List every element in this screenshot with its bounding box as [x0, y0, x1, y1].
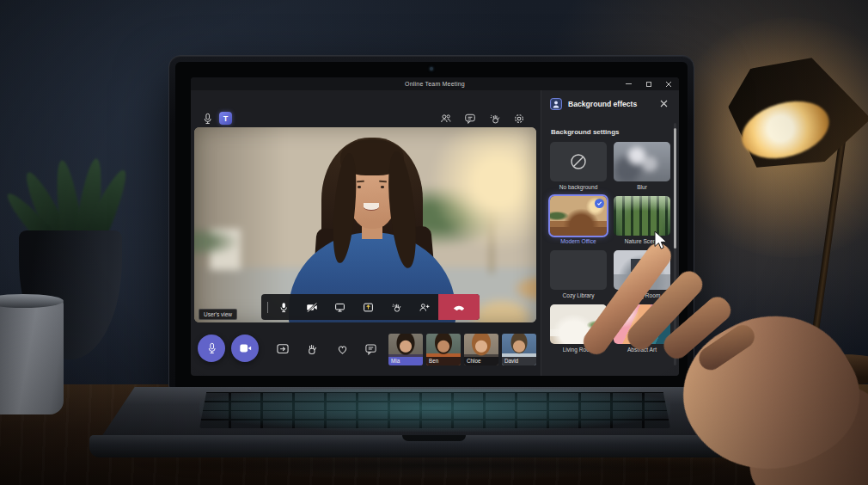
participant-tile[interactable]: Ben: [426, 334, 461, 365]
panel-header: Background effects: [550, 98, 637, 110]
titlebar: Online Team Meeting: [191, 77, 679, 90]
teams-logo-letter: T: [223, 114, 229, 123]
tile-label: Modern Office: [550, 238, 607, 244]
divider: [267, 302, 268, 313]
tile-blur[interactable]: Blur: [614, 142, 670, 190]
share-tray-button[interactable]: [275, 341, 290, 356]
chat-lines-icon: [364, 343, 377, 355]
mouse-cursor: [653, 230, 669, 253]
reactions-button[interactable]: [489, 113, 501, 125]
camera-on-icon: [239, 343, 252, 353]
none-icon: [569, 152, 588, 171]
raise-hand-icon: [305, 342, 318, 356]
participants-icon: [440, 113, 452, 125]
participant-name: David: [502, 357, 536, 365]
blur-thumbnail: [614, 142, 670, 181]
raise-hand-button[interactable]: [382, 294, 411, 320]
participant-name: Mia: [388, 357, 423, 365]
minimize-icon: [626, 83, 632, 84]
check-icon: [596, 200, 602, 206]
gear-icon: [513, 113, 525, 125]
panel-title: Background effects: [568, 100, 637, 108]
mic-on-icon: [206, 342, 217, 354]
cursor-arrow-icon: [653, 230, 669, 253]
coffee-mug: [0, 298, 64, 414]
heart-reaction-button[interactable]: [335, 341, 350, 356]
chat-button-bottom[interactable]: [364, 341, 378, 356]
keyboard-glow: [199, 389, 670, 432]
background-effects-icon: [550, 98, 562, 110]
add-participant-icon: [419, 302, 431, 313]
heart-icon: [336, 343, 349, 355]
participant-name: Ben: [426, 357, 461, 365]
call-control-bar: [261, 294, 480, 320]
tile-label: No background: [550, 184, 607, 190]
end-call-icon: [452, 304, 466, 310]
camera-on-button[interactable]: [231, 335, 259, 362]
maximize-button[interactable]: [645, 80, 652, 88]
chat-button[interactable]: [464, 113, 476, 125]
tile-modern-office[interactable]: Modern Office: [550, 196, 607, 244]
window-title: Online Team Meeting: [405, 81, 465, 87]
participant-name: Chloe: [464, 357, 498, 365]
section-title: Background settings: [551, 128, 620, 136]
video-vignette: [194, 127, 536, 322]
no-background-thumbnail: [550, 142, 607, 181]
modern-office-thumbnail: [550, 196, 607, 236]
laptop-shadow: [112, 454, 765, 476]
share-tray-icon: [276, 342, 290, 355]
cozy-library-thumbnail: [550, 250, 607, 290]
webcam-dot: [430, 67, 433, 71]
maximize-icon: [646, 82, 651, 87]
share-window-icon: [363, 302, 374, 313]
tile-no-background[interactable]: No background: [550, 142, 607, 190]
tile-cozy-library[interactable]: Cozy Library: [550, 250, 607, 298]
reactions-hand-icon: [489, 113, 501, 125]
participant-tile[interactable]: Mia: [388, 334, 423, 365]
screen-share-icon: [334, 302, 345, 313]
participant-tile[interactable]: Chloe: [464, 334, 498, 365]
end-call-button[interactable]: [438, 294, 480, 320]
camera-off-button[interactable]: [298, 294, 327, 320]
panel-close-icon: [660, 100, 668, 107]
mic-icon: [278, 302, 289, 313]
mic-on-button[interactable]: [198, 335, 225, 362]
microphone-icon: [202, 113, 213, 125]
view-label-chip: User's view: [199, 309, 237, 320]
scene: Online Team Meeting T: [0, 0, 868, 485]
raise-hand-button-bottom[interactable]: [304, 341, 319, 356]
teams-logo-icon[interactable]: T: [219, 112, 232, 125]
add-participant-button[interactable]: [410, 294, 438, 320]
panel-scrollbar-thumb[interactable]: [674, 128, 676, 249]
camera-off-icon: [306, 302, 318, 313]
panel-close-button[interactable]: [660, 100, 669, 108]
share-window-button[interactable]: [354, 294, 382, 320]
participants-button[interactable]: [440, 113, 452, 125]
settings-button[interactable]: [513, 113, 525, 125]
mic-button[interactable]: [270, 294, 298, 320]
laptop-lid-notch: [402, 435, 466, 441]
chat-icon: [464, 113, 476, 125]
close-icon: [665, 81, 672, 88]
tile-label: Blur: [614, 184, 670, 190]
raise-hand-icon: [391, 302, 402, 313]
self-video-feed: User's view: [194, 127, 536, 322]
tile-label: Cozy Library: [550, 292, 607, 298]
screen-share-button[interactable]: [326, 294, 354, 320]
participant-tile[interactable]: David: [502, 334, 536, 365]
close-button[interactable]: [664, 80, 672, 88]
mic-status-button[interactable]: [202, 113, 214, 125]
minimize-button[interactable]: [625, 80, 633, 88]
